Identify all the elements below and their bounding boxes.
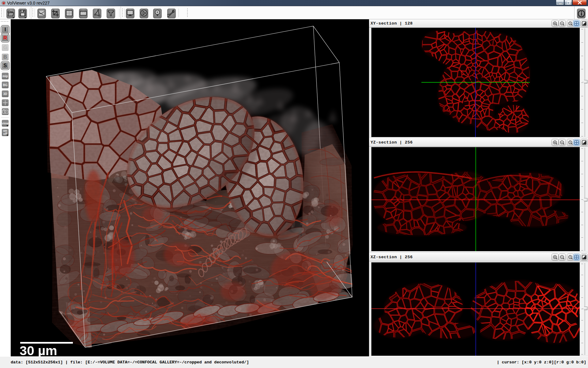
svg-text:30 µm: 30 µm xyxy=(20,343,57,356)
